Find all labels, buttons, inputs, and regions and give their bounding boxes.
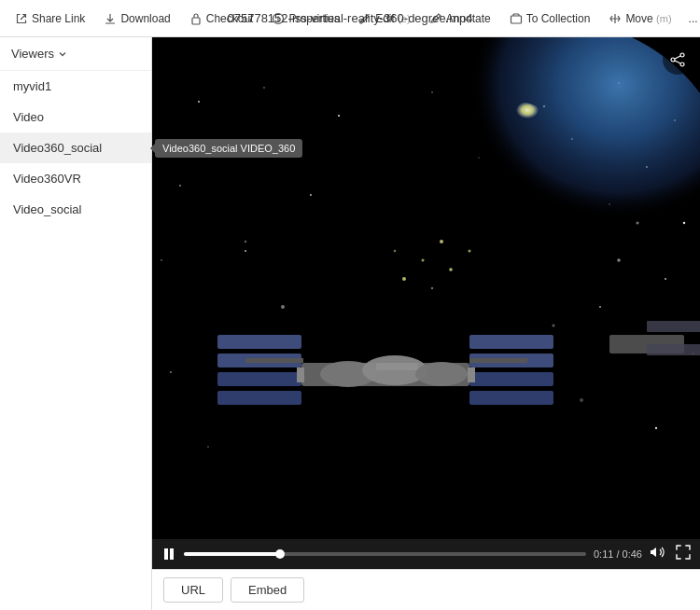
sidebar-item-video[interactable]: Video <box>0 102 151 132</box>
svg-rect-54 <box>647 321 700 332</box>
svg-rect-45 <box>297 367 304 382</box>
svg-point-65 <box>680 62 684 66</box>
viewer-tooltip: Video360_social VIDEO_360 <box>155 139 302 158</box>
bottom-bar: URL Embed <box>152 569 700 610</box>
share-icon <box>670 52 685 67</box>
svg-line-66 <box>675 56 680 59</box>
progress-bar[interactable] <box>184 552 586 556</box>
svg-rect-41 <box>469 335 553 349</box>
svg-rect-48 <box>469 358 527 363</box>
svg-point-61 <box>637 222 639 225</box>
svg-point-33 <box>469 250 471 253</box>
svg-point-16 <box>310 194 312 196</box>
svg-point-32 <box>431 287 433 289</box>
svg-point-5 <box>263 87 265 89</box>
svg-point-60 <box>580 398 583 402</box>
svg-rect-55 <box>647 344 700 355</box>
move-label: Move (m) <box>625 12 671 25</box>
sidebar: Viewers myvid1 Video Video360_social Vid… <box>0 37 152 610</box>
download-button[interactable]: Download <box>96 8 177 29</box>
svg-point-29 <box>440 240 443 243</box>
progress-handle[interactable] <box>275 549 285 559</box>
sidebar-item-myvid1[interactable]: myvid1 <box>0 71 151 102</box>
svg-rect-40 <box>217 391 301 405</box>
progress-fill <box>184 552 280 556</box>
sidebar-item-video360vr[interactable]: Video360VR <box>0 163 151 194</box>
svg-point-30 <box>422 259 425 262</box>
svg-point-20 <box>245 250 246 252</box>
video-controls: 0:11 / 0:46 <box>152 539 700 569</box>
svg-rect-69 <box>170 548 174 560</box>
video-share-button[interactable] <box>663 45 693 75</box>
svg-rect-0 <box>192 18 200 24</box>
viewers-header[interactable]: Viewers <box>0 37 151 71</box>
move-button[interactable]: Move (m) <box>601 8 679 29</box>
fullscreen-icon <box>676 545 691 560</box>
svg-rect-39 <box>217 372 301 386</box>
sidebar-item-video360social[interactable]: Video360_social Video360_social VIDEO_36… <box>0 132 151 163</box>
viewers-label: Viewers <box>11 47 54 61</box>
to-collection-button[interactable]: To Collection <box>502 8 598 29</box>
svg-point-64 <box>671 58 675 62</box>
lock-icon <box>189 12 203 25</box>
svg-point-34 <box>402 277 406 281</box>
main-area: Viewers myvid1 Video Video360_social Vid… <box>0 37 700 610</box>
share-link-icon <box>15 12 28 25</box>
more-button[interactable]: ... <box>683 8 700 29</box>
collection-icon <box>510 12 523 25</box>
move-icon <box>609 12 622 25</box>
svg-rect-2 <box>511 16 521 23</box>
file-title: 075778152-iss-virtual-reality-360-degree… <box>227 11 472 25</box>
embed-tab-button[interactable]: Embed <box>231 577 304 603</box>
svg-point-56 <box>281 305 285 309</box>
url-tab-button[interactable]: URL <box>163 577 223 603</box>
svg-point-4 <box>198 101 200 103</box>
svg-point-59 <box>245 241 246 243</box>
svg-point-28 <box>479 102 553 158</box>
svg-rect-44 <box>469 391 553 405</box>
svg-rect-52 <box>376 363 418 370</box>
volume-icon <box>650 545 665 560</box>
svg-point-6 <box>338 115 340 117</box>
download-icon <box>104 12 117 25</box>
svg-rect-68 <box>164 548 168 560</box>
svg-point-51 <box>415 362 468 386</box>
pause-icon <box>161 547 176 561</box>
sidebar-item-video-social[interactable]: Video_social <box>0 194 151 225</box>
video-display[interactable] <box>152 37 700 539</box>
time-display: 0:11 / 0:46 <box>594 548 642 560</box>
svg-point-15 <box>179 185 181 187</box>
svg-point-63 <box>680 53 684 57</box>
volume-button[interactable] <box>650 545 665 563</box>
svg-point-35 <box>394 250 397 253</box>
toolbar: Share Link Download Checkout Properties … <box>0 0 700 37</box>
svg-rect-43 <box>469 372 553 386</box>
svg-rect-47 <box>245 358 303 363</box>
svg-point-25 <box>655 427 657 429</box>
video-area: 0:11 / 0:46 URL Embed <box>152 37 700 610</box>
chevron-down-icon <box>58 49 67 59</box>
svg-rect-37 <box>217 335 301 349</box>
fullscreen-button[interactable] <box>676 545 691 563</box>
svg-point-26 <box>207 446 208 447</box>
svg-line-67 <box>675 61 680 63</box>
svg-rect-46 <box>468 367 475 382</box>
svg-point-31 <box>449 268 453 271</box>
svg-point-58 <box>617 258 621 262</box>
svg-point-24 <box>170 371 172 373</box>
svg-point-57 <box>553 325 555 327</box>
share-link-button[interactable]: Share Link <box>7 8 92 29</box>
svg-rect-62 <box>152 465 700 503</box>
svg-point-19 <box>161 259 162 261</box>
play-pause-button[interactable] <box>161 547 176 561</box>
